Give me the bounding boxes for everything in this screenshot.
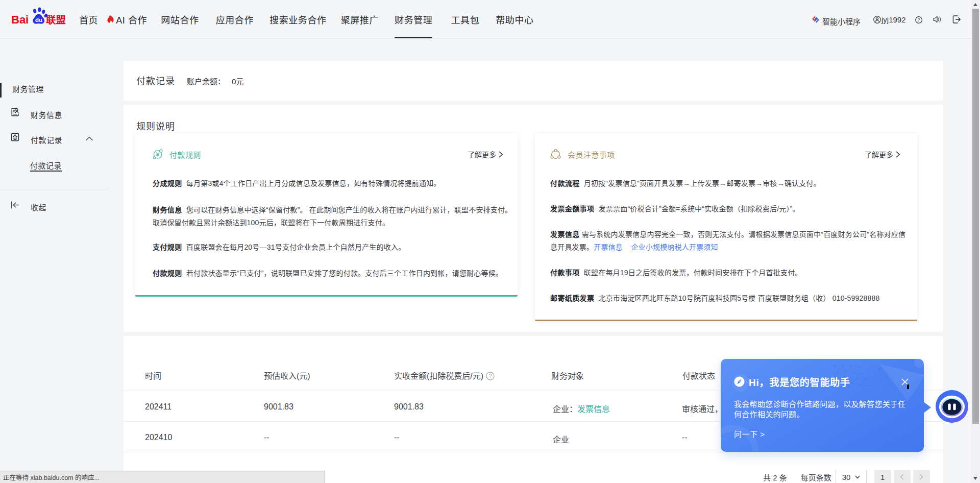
svg-text:?: ? <box>488 373 492 379</box>
svg-text:?: ? <box>918 17 920 22</box>
